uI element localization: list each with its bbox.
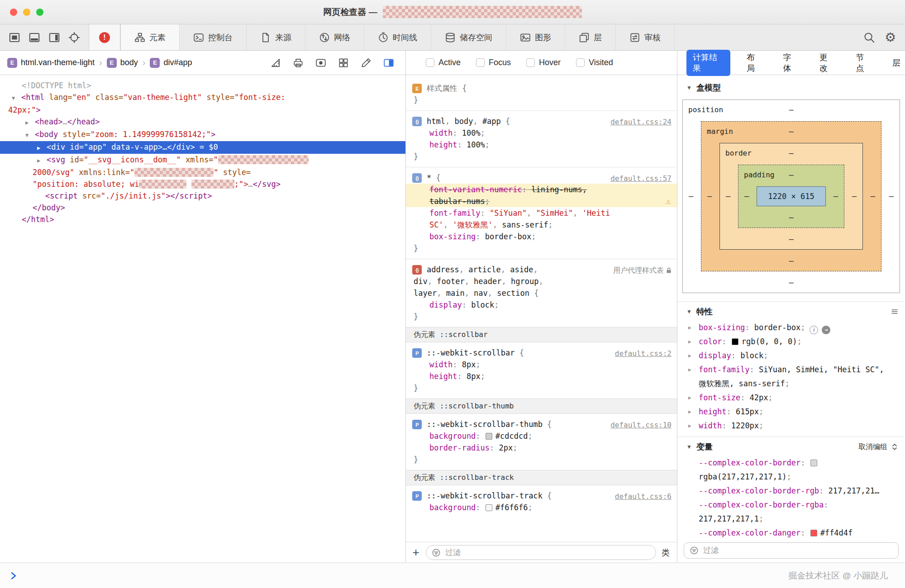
checkbox[interactable]	[476, 58, 485, 67]
border-left-value[interactable]: –	[726, 192, 730, 201]
expand-arrow-icon[interactable]: ▶	[688, 335, 691, 349]
print-icon[interactable]	[292, 57, 304, 69]
toolbar-tab-audit[interactable]: 审核	[616, 24, 675, 50]
css-property[interactable]: tabular-nums;⚠	[406, 195, 677, 207]
collapse-arrow-icon[interactable]: ▼	[686, 444, 692, 450]
box-model-position-layer[interactable]: position – – – – margin – – – – border	[682, 100, 900, 293]
stylesheet-link[interactable]: default.css:2	[615, 348, 672, 360]
search-icon[interactable]	[863, 31, 876, 44]
toolbar-tab-sources[interactable]: 来源	[247, 24, 305, 50]
css-rule-row[interactable]: P::-webkit-scrollbar {default.css:2	[406, 347, 677, 359]
expand-arrow-icon[interactable]: ▶	[688, 363, 691, 377]
expand-arrow-icon[interactable]: ▶	[37, 142, 47, 154]
split-view-icon[interactable]	[383, 57, 395, 69]
grid-icon[interactable]	[338, 57, 349, 69]
box-model-padding-layer[interactable]: padding – – – – 1220 × 615	[738, 165, 844, 228]
expand-arrow-icon[interactable]: ▶	[25, 117, 35, 128]
css-property[interactable]: width: 100%;	[406, 127, 677, 139]
dom-node-selected[interactable]: ▶<div id="app" data-v-app>…</div> = $0	[0, 141, 405, 154]
padding-bottom-value[interactable]: –	[789, 213, 793, 222]
padding-right-value[interactable]: –	[834, 192, 838, 201]
css-rule-row[interactable]: P::-webkit-scrollbar-track {default.css:…	[406, 490, 677, 502]
css-property[interactable]: height: 100%;	[406, 139, 677, 151]
stylesheet-link[interactable]: default.css:24	[610, 116, 672, 128]
styles-filter-input[interactable]	[444, 548, 650, 558]
padding-left-value[interactable]: –	[744, 192, 749, 201]
computed-filter[interactable]	[684, 542, 899, 559]
margin-right-value[interactable]: –	[871, 192, 875, 201]
css-rule-row[interactable]: }	[406, 94, 677, 106]
dom-node[interactable]: ▶<svg id="__svg__icons__dom__" xmlns="	[0, 154, 405, 166]
new-rule-button[interactable]: +	[406, 545, 426, 560]
css-rule-row[interactable]: layer, main, nav, section {	[406, 287, 677, 299]
styles-filter[interactable]	[426, 545, 656, 560]
css-rule-row[interactable]: }	[406, 311, 677, 322]
css-property[interactable]: SC', '微软雅黑', sans-serif;	[406, 219, 677, 231]
css-rule-row[interactable]: div, footer, header, hgroup,	[406, 275, 677, 287]
css-variable[interactable]: --complex-color-border-rgb: 217,217,21…	[677, 484, 905, 498]
checkbox[interactable]	[426, 58, 434, 67]
sidebar-tab[interactable]: 节点	[852, 50, 876, 76]
css-variable[interactable]: 217,217,217,1;	[677, 512, 905, 526]
toolbar-tab-timelines[interactable]: 时间线	[364, 24, 431, 50]
element-picker-icon[interactable]	[68, 31, 81, 44]
computed-property[interactable]: ▶height: 615px;	[677, 405, 905, 419]
css-rule-row[interactable]: P::-webkit-scrollbar-thumb {default.css:…	[406, 418, 677, 430]
css-property[interactable]: background: #f6f6f6;	[406, 502, 677, 513]
ungroup-control[interactable]: 取消编组	[858, 442, 899, 452]
css-property[interactable]: width: 8px;	[406, 359, 677, 370]
expand-arrow-icon[interactable]: ▶	[688, 405, 691, 419]
box-model-border-layer[interactable]: border – – – – padding – – –	[719, 143, 863, 250]
css-variable[interactable]: rgba(217,217,217,1);	[677, 470, 905, 484]
css-rule-row[interactable]: {}* {default.css:57	[406, 172, 677, 184]
dom-node[interactable]: ▼<html lang="en" class="van-theme-light"…	[0, 91, 405, 104]
position-top-value[interactable]: –	[789, 105, 793, 114]
css-property[interactable]: height: 8px;	[406, 370, 677, 382]
computed-property[interactable]: ▶width: 1220px;	[677, 419, 905, 433]
goto-source-icon[interactable]: →	[822, 326, 830, 334]
padding-top-value[interactable]: –	[789, 171, 793, 180]
toolbar-tab-layers[interactable]: 层	[565, 24, 616, 50]
zoom-button[interactable]	[36, 9, 43, 16]
minimize-button[interactable]	[23, 9, 30, 16]
box-model-margin-layer[interactable]: margin – – – – border – – – –	[701, 121, 881, 271]
sidebar-tab[interactable]: 布局	[742, 50, 767, 76]
css-rule-row[interactable]: {}html, body, #app {default.css:24	[406, 115, 677, 127]
collapse-arrow-icon[interactable]: ▼	[686, 85, 692, 91]
info-icon[interactable]: i	[810, 326, 818, 334]
breadcrumb-item[interactable]: Ehtml.van-theme-light	[7, 58, 95, 68]
css-property[interactable]: display: block;	[406, 299, 677, 311]
dock-bottom-icon[interactable]	[28, 31, 41, 44]
edit-pencil-icon[interactable]	[360, 57, 372, 69]
dom-node[interactable]: </html>	[0, 213, 405, 225]
pseudo-checkbox-focus[interactable]: Focus	[476, 58, 511, 67]
dom-node[interactable]: ▶<head>…</head>	[0, 116, 405, 128]
css-property[interactable]: font-variant-numeric: lining-nums,	[406, 184, 677, 195]
toolbar-tab-network[interactable]: 网络	[305, 24, 364, 50]
dom-node[interactable]: </body>	[0, 202, 405, 213]
properties-menu-icon[interactable]	[891, 308, 899, 316]
expand-arrow-icon[interactable]: ▶	[37, 155, 47, 166]
css-rule-row[interactable]: }	[406, 454, 677, 465]
css-property[interactable]: background: #cdcdcd;	[406, 430, 677, 442]
margin-bottom-value[interactable]: –	[789, 256, 793, 266]
expand-arrow-icon[interactable]: ▶	[688, 349, 691, 363]
show-console-icon[interactable]	[9, 571, 18, 580]
css-variable[interactable]: --complex-color-border-rgba:	[677, 498, 905, 512]
toolbar-tab-storage[interactable]: 储存空间	[431, 24, 506, 50]
expand-arrow-icon[interactable]: ▶	[688, 321, 691, 335]
screenshot-icon[interactable]	[315, 57, 327, 69]
box-model-section-header[interactable]: ▼ 盒模型	[677, 78, 905, 97]
border-bottom-value[interactable]: –	[789, 235, 793, 244]
breadcrumb-item[interactable]: Ebody	[107, 58, 138, 68]
collapse-arrow-icon[interactable]: ▼	[12, 92, 21, 104]
position-left-value[interactable]: –	[689, 192, 693, 201]
css-rule-row[interactable]: E样式属性 {	[406, 82, 677, 94]
css-variable[interactable]: --complex-color-border:	[677, 456, 905, 470]
pseudo-checkbox-active[interactable]: Active	[426, 58, 461, 67]
position-right-value[interactable]: –	[889, 192, 894, 201]
computed-property[interactable]: ▶font-size: 42px;	[677, 391, 905, 405]
collapse-arrow-icon[interactable]: ▼	[686, 308, 692, 315]
expand-arrow-icon[interactable]: ▶	[688, 419, 691, 433]
issues-indicator[interactable]: !	[89, 24, 120, 50]
